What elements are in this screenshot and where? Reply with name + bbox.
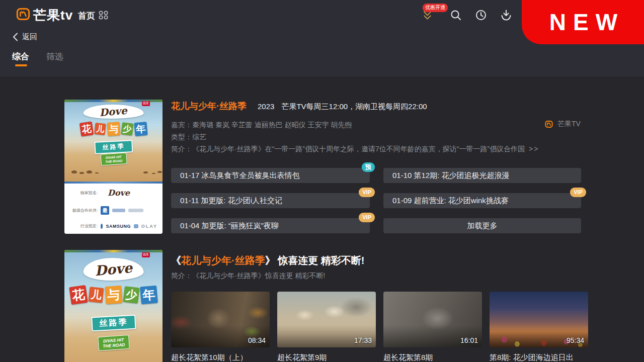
vip-badge: VIP (359, 188, 375, 197)
video-card[interactable]: 08:34 超长花絮第10期（上） (171, 292, 270, 362)
video-card[interactable]: 16:01 超长花絮第8期 (383, 292, 482, 362)
guests-row: 嘉宾：秦海璐 秦岚 辛芷蕾 迪丽热巴 赵昭仪 王安宇 胡先煦 (171, 121, 352, 130)
channels-grid-icon[interactable] (99, 11, 109, 20)
preview-badge: 预 (362, 162, 375, 172)
show-poster[interactable]: Dove 德芙 花 儿 与 少 年 丝路季 DIVAS HIT THE ROAD (64, 250, 163, 362)
olay-logo: OLAY (141, 224, 157, 229)
section-heading-title: 花儿与少年·丝路季 (181, 255, 265, 266)
type-row: 类型：综艺 (171, 133, 206, 142)
poster-subtitle: 丝路季 (91, 315, 136, 331)
sponsor-row-partner: 超级合作伙伴: 最 (69, 206, 157, 215)
tab-composite[interactable]: 综合 (12, 51, 29, 62)
show-poster[interactable]: Dove 德芙 花 儿 与 少 年 丝路季 DIVAS HIT THE ROAD… (64, 100, 163, 234)
poster-title: 花 儿 与 少 年 (70, 286, 157, 304)
mango-tv-logo-icon[interactable] (16, 7, 30, 21)
show-year: 2023 (258, 102, 274, 111)
description-row: 简介：《花儿与少年·丝路季》在“一带一路”倡议十周年之际，邀请7位不同年龄的嘉宾… (171, 145, 539, 154)
sponsor-logo-placeholder (112, 209, 125, 212)
active-tab-underline (15, 64, 27, 66)
sponsor-logo-placeholder (128, 209, 143, 212)
mango-tv-small-icon (545, 120, 553, 128)
show-title[interactable]: 花儿与少年·丝路季 (171, 100, 247, 112)
video-duration: 95:34 (567, 336, 584, 344)
video-duration: 16:01 (460, 336, 478, 344)
video-thumbnail[interactable]: 16:01 (383, 292, 482, 347)
video-title[interactable]: 超长花絮第8期 (383, 353, 482, 362)
section-heading[interactable]: 《花儿与少年·丝路季》 惊喜连更 精彩不断! (171, 254, 364, 267)
type-value: 综艺 (192, 133, 206, 141)
guests-label: 嘉宾： (171, 121, 192, 129)
vip-promo-badge: 优惠开通 (423, 4, 448, 12)
episode-button[interactable]: 01-09 超前营业: 花少团wink挑战赛 VIP (383, 193, 581, 208)
poster-artwork: Dove 德芙 花 儿 与 少 年 丝路季 DIVAS HIT THE ROAD (64, 100, 163, 184)
sponsor-logo-placeholder (101, 224, 103, 229)
video-card[interactable]: 17:33 超长花絮第9期 (277, 292, 376, 362)
samsung-logo: SAMSUNG (106, 224, 131, 229)
type-label: 类型： (171, 133, 192, 141)
description-label: 简介： (171, 145, 192, 153)
episode-button[interactable]: 01-11 加更版: 花少团i人社交记 VIP (171, 193, 370, 208)
load-more-button[interactable]: 加载更多 (383, 218, 581, 233)
sponsor-row-exclusive: 独家冠名: Dove (69, 188, 157, 198)
sponsor-panel: 独家冠名: Dove 超级合作伙伴: 最 行业指定: SAMSUNG OLAY (64, 184, 163, 234)
poster-title: 花 儿 与 少 年 (80, 122, 147, 136)
platform-name: 芒果TV (557, 120, 581, 129)
poster-artwork: Dove 德芙 花 儿 与 少 年 丝路季 DIVAS HIT THE ROAD (64, 250, 163, 362)
nav-home[interactable]: 首页 (78, 10, 95, 22)
dove-cn-label: 德芙 (142, 252, 150, 257)
tab-filter[interactable]: 筛选 (46, 51, 63, 62)
poster-bottom-border (64, 182, 163, 184)
dove-logo: Dove (83, 258, 144, 281)
dove-cn-label: 德芙 (142, 101, 150, 106)
back-chevron-icon (13, 33, 18, 41)
zui-sponsor-logo: 最 (101, 206, 109, 215)
camel-silhouettes (71, 170, 77, 173)
sponsor-row-industry: 行业指定: SAMSUNG OLAY (69, 223, 157, 229)
poster-top-border (64, 250, 163, 252)
video-title[interactable]: 超长花絮第10期（上） (171, 353, 270, 362)
section-description: 简介：《花儿与少年·丝路季》惊喜连更 精彩不断! (171, 272, 325, 281)
video-title[interactable]: 第8期: 花少团海边追日出 (490, 353, 588, 362)
video-list: 08:34 超长花絮第10期（上） 17:33 超长花絮第9期 16:01 超长… (171, 292, 588, 362)
poster-tagline: DIVAS HIT THE ROAD (98, 335, 130, 351)
back-button[interactable]: 返回 (13, 32, 37, 42)
video-duration: 17:33 (354, 336, 372, 344)
download-icon[interactable] (500, 9, 512, 21)
video-duration: 08:34 (248, 336, 266, 344)
episode-button[interactable]: 01-04 加更版: “丽挽狂岚”夜聊 VIP (171, 218, 370, 233)
poster-subtitle: 丝路季 (94, 140, 133, 154)
poster-tagline: DIVAS HIT THE ROAD (100, 152, 127, 166)
video-thumbnail[interactable]: 17:33 (277, 292, 376, 347)
back-label: 返回 (22, 32, 37, 42)
vip-badge: VIP (359, 213, 375, 222)
search-icon[interactable] (450, 9, 462, 21)
episode-list: 01-17 冰岛臭食节全员被臭出表情包 预 01-10 第12期: 花少团追极光… (171, 168, 581, 233)
video-thumbnail[interactable]: 95:34 (490, 292, 588, 347)
episode-button[interactable]: 01-17 冰岛臭食节全员被臭出表情包 预 (171, 168, 370, 183)
vip-badge: VIP (570, 188, 586, 197)
show-title-row: 花儿与少年·丝路季 2023 芒果TV每周三12:00，湖南卫视每周四22:00 (171, 100, 427, 112)
show-schedule: 芒果TV每周三12:00，湖南卫视每周四22:00 (281, 102, 427, 112)
video-card[interactable]: 95:34 第8期: 花少团海边追日出 (490, 292, 588, 362)
guests-value: 秦海璐 秦岚 辛芷蕾 迪丽热巴 赵昭仪 王安宇 胡先煦 (192, 121, 352, 129)
history-icon[interactable] (475, 9, 487, 21)
video-title[interactable]: 超长花絮第9期 (277, 353, 376, 362)
mango-tv-wordmark[interactable]: 芒果tv (33, 7, 73, 24)
new-corner-badge[interactable]: NEW (522, 0, 644, 44)
dove-logo: Dove (83, 105, 144, 119)
platform-badge: 芒果TV (545, 120, 581, 129)
video-thumbnail[interactable]: 08:34 (171, 292, 270, 347)
description-value: 《花儿与少年·丝路季》在“一带一路”倡议十周年之际，邀请7位不同年龄的嘉宾，探访… (192, 145, 525, 153)
episode-button[interactable]: 01-10 第12期: 花少团追极光超浪漫 (383, 168, 581, 183)
description-expand[interactable]: >> (529, 145, 539, 153)
sponsor-logo-placeholder (134, 224, 138, 228)
dove-sponsor-logo: Dove (108, 188, 130, 198)
